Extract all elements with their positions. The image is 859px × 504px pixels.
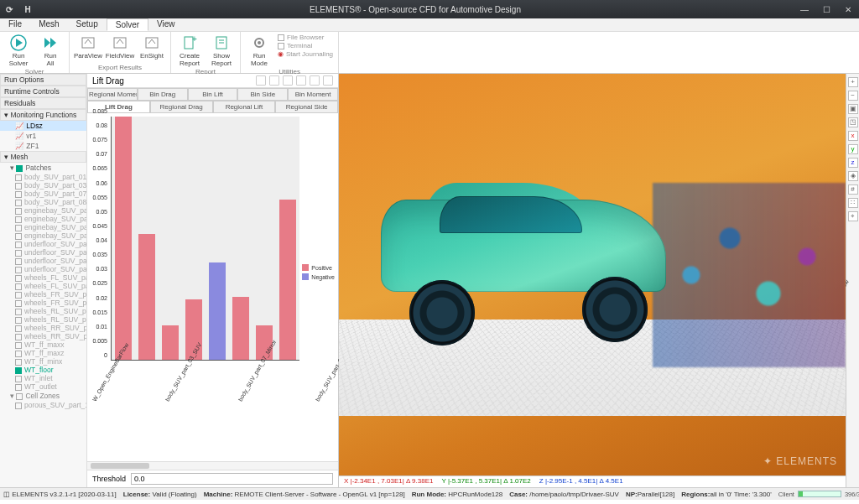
chart-tab[interactable]: Bin Side bbox=[237, 88, 288, 100]
chart-tool-2-icon[interactable] bbox=[269, 75, 279, 86]
tree-run-options[interactable]: Run Options bbox=[0, 74, 86, 86]
tree-patch-item[interactable]: WT_ff_maxx bbox=[0, 340, 86, 349]
run-all-button[interactable]: RunAll bbox=[37, 34, 64, 67]
tree-patch-item[interactable]: wheels_FR_SUV_part_ bbox=[0, 290, 86, 299]
chart-tab[interactable]: Regional Lift bbox=[213, 101, 276, 112]
tree-patch-item[interactable]: underfloor_SUV_part bbox=[0, 257, 86, 265]
record-icon: ◉ bbox=[278, 50, 284, 58]
tree-porous[interactable]: porous_SUV_part_110_ bbox=[0, 401, 86, 409]
tree-monitor-item[interactable]: 📈 LDsz bbox=[0, 121, 86, 131]
axis-x-icon[interactable]: x bbox=[848, 131, 858, 141]
tree-monitor-item[interactable]: 📈 ZF1 bbox=[0, 141, 86, 151]
tree-wt-outlet[interactable]: WT_outlet bbox=[0, 382, 86, 391]
tree-patch-item[interactable]: body_SUV_part_08_En bbox=[0, 198, 86, 206]
threshold-input[interactable] bbox=[131, 473, 333, 485]
create-report-button[interactable]: +CreateReport bbox=[176, 34, 203, 67]
window-title: ELEMENTS® - Open-source CFD for Automoti… bbox=[37, 5, 794, 14]
tree-monitor-item[interactable]: 📈 vr1 bbox=[0, 131, 86, 141]
chart-plot bbox=[111, 117, 299, 361]
terminal-item[interactable]: Terminal bbox=[278, 42, 333, 49]
maximize-icon[interactable]: ☐ bbox=[815, 5, 837, 14]
tree-wt-inlet[interactable]: WT_inlet bbox=[0, 374, 86, 382]
tree-patch-item[interactable]: underfloor_SUV_part bbox=[0, 240, 86, 248]
chart-bar bbox=[162, 325, 179, 360]
show-report-button[interactable]: ShowReport bbox=[208, 34, 235, 67]
tree-patch-item[interactable]: wheels_RL_SUV_part_ bbox=[0, 315, 86, 324]
tree-residuals[interactable]: Residuals bbox=[0, 97, 86, 109]
chart-bar bbox=[232, 297, 249, 360]
chart-tab[interactable]: Regional Moment bbox=[87, 88, 138, 100]
fieldview-button[interactable]: FieldView bbox=[107, 34, 133, 60]
tree-patch-item[interactable]: enginebay_SUV_part_0 bbox=[0, 215, 86, 223]
axis-y-icon[interactable]: y bbox=[848, 144, 858, 154]
start-journaling-item[interactable]: ◉Start Journaling bbox=[278, 50, 333, 58]
camera-icon[interactable]: ⌖ bbox=[848, 211, 858, 221]
tree-cellzones[interactable]: ▾ Cell Zones bbox=[0, 391, 86, 401]
svg-text:+: + bbox=[192, 35, 197, 44]
report-add-icon: + bbox=[180, 34, 199, 52]
chart-tool-5-icon[interactable] bbox=[310, 75, 320, 86]
chart-scrollbar[interactable] bbox=[87, 461, 338, 470]
tree-patch-item[interactable]: wheels_FL_SUV_part_ bbox=[0, 273, 86, 282]
minimize-icon[interactable]: — bbox=[794, 5, 815, 14]
tree-patches[interactable]: ▾ Patches bbox=[0, 163, 86, 173]
box-zoom-icon[interactable]: ◳ bbox=[848, 117, 858, 127]
tree-patch-item[interactable]: underfloor_SUV_part bbox=[0, 265, 86, 273]
chart-tool-4-icon[interactable] bbox=[296, 75, 306, 86]
chart-area: 00.0050.010.0150.020.0250.030.0350.040.0… bbox=[87, 113, 338, 461]
tree-patch-item[interactable]: wheels_RR_SUV_part_ bbox=[0, 332, 86, 340]
chart-tab[interactable]: Bin Moment bbox=[288, 88, 338, 100]
chart-tool-1-icon[interactable] bbox=[256, 75, 266, 86]
chart-tab[interactable]: Regional Side bbox=[275, 101, 338, 112]
tree-patch-item[interactable]: enginebay_SUV_part_ bbox=[0, 206, 86, 215]
tree-patch-item[interactable]: body_SUV_part_01_Bo bbox=[0, 173, 86, 181]
tree-patch-item[interactable]: enginebay_SUV_part_1 bbox=[0, 231, 86, 240]
menu-setup[interactable]: Setup bbox=[68, 18, 107, 31]
tree-patch-item[interactable]: wheels_FL_SUV_part_ bbox=[0, 282, 86, 290]
tree-panel: Run Options Runtime Controls Residuals ▾… bbox=[0, 74, 87, 487]
run-mode-button[interactable]: RunMode bbox=[246, 34, 273, 67]
tree-patch-item[interactable]: WT_ff_maxz bbox=[0, 349, 86, 357]
tree-patch-item[interactable]: body_SUV_part_07_Mi bbox=[0, 190, 86, 198]
grid-icon[interactable]: # bbox=[848, 184, 858, 195]
menu-mesh[interactable]: Mesh bbox=[30, 18, 67, 31]
tree-mesh[interactable]: ▾ Mesh bbox=[0, 151, 86, 163]
tree-patch-item[interactable]: wheels_FR_SUV_part_ bbox=[0, 299, 86, 307]
zoom-in-icon[interactable]: + bbox=[848, 77, 858, 87]
tree-patch-item[interactable]: body_SUV_part_03_SU bbox=[0, 181, 86, 190]
tree-patch-item[interactable]: enginebay_SUV_part_1 bbox=[0, 223, 86, 231]
paraview-button[interactable]: ParaView bbox=[75, 34, 102, 60]
chart-tab[interactable]: Regional Drag bbox=[150, 101, 213, 112]
chart-tool-6-icon[interactable] bbox=[323, 75, 333, 86]
tree-wt-floor[interactable]: WT_floor bbox=[0, 366, 86, 374]
ensight-button[interactable]: EnSight bbox=[138, 34, 165, 60]
iso-icon[interactable]: ◈ bbox=[848, 171, 858, 181]
home-icon[interactable]: H bbox=[18, 5, 37, 14]
chart-tab[interactable]: Bin Lift bbox=[188, 88, 238, 100]
viewport-3d[interactable]: ✦ ELEMENTS X |-2.34E1 , 7.03E1| Δ 9.38E1… bbox=[339, 74, 846, 487]
axis-z-icon[interactable]: z bbox=[848, 158, 858, 168]
tree-patch-item[interactable]: wheels_RL_SUV_part_ bbox=[0, 307, 86, 315]
chart-bar bbox=[209, 262, 226, 360]
close-icon[interactable]: ✕ bbox=[837, 5, 859, 14]
fit-icon[interactable]: ▣ bbox=[848, 104, 858, 114]
zoom-out-icon[interactable]: − bbox=[848, 91, 858, 101]
menu-solver[interactable]: Solver bbox=[107, 18, 148, 31]
snap-icon[interactable]: ∷ bbox=[848, 198, 858, 208]
ribbon: RunSolver RunAll Solver ParaView FieldVi… bbox=[0, 32, 859, 74]
chart-tabs-bottom: Lift DragRegional DragRegional LiftRegio… bbox=[87, 101, 338, 113]
chart-tool-3-icon[interactable] bbox=[283, 75, 293, 86]
file-browser-item[interactable]: File Browser bbox=[278, 34, 333, 41]
tree-runtime-controls[interactable]: Runtime Controls bbox=[0, 86, 86, 97]
threshold-label: Threshold bbox=[92, 475, 126, 483]
status-bar: ◫ ELEMENTS v3.2.1-r1 [2020-03-11] Licens… bbox=[0, 487, 859, 500]
tree-monitoring[interactable]: ▾ Monitoring Functions bbox=[0, 109, 86, 121]
chart-tab[interactable]: Bin Drag bbox=[138, 88, 188, 100]
tree-patch-item[interactable]: wheels_RR_SUV_part_ bbox=[0, 324, 86, 332]
tree-patch-item[interactable]: underfloor_SUV_part bbox=[0, 248, 86, 257]
tree-patch-item[interactable]: WT_ff_minx bbox=[0, 357, 86, 366]
titlebar: ⟳ H ELEMENTS® - Open-source CFD for Auto… bbox=[0, 0, 859, 18]
menu-view[interactable]: View bbox=[148, 18, 184, 31]
run-solver-button[interactable]: RunSolver bbox=[5, 34, 32, 67]
menu-file[interactable]: File bbox=[0, 18, 30, 31]
